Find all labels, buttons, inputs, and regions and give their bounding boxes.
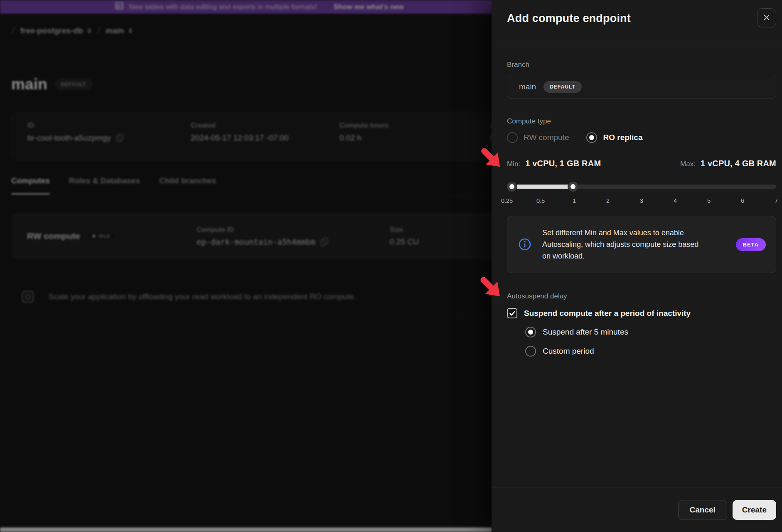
slider-ticks: 0.25 0.5 1 2 3 4 5 6 7: [507, 197, 776, 206]
tab-roles-databases[interactable]: Roles & Databases: [69, 176, 140, 195]
create-button[interactable]: Create: [733, 500, 776, 520]
meta-label: Compute hours: [339, 122, 477, 129]
tick-label: 4: [674, 197, 677, 204]
branch-default-badge: DEFAULT: [543, 81, 581, 93]
slider-max-handle[interactable]: [568, 182, 578, 192]
status-dot-icon: [92, 234, 96, 238]
suspend-checkbox-label: Suspend compute after a period of inacti…: [524, 309, 691, 318]
slider-min-handle[interactable]: [507, 182, 517, 192]
screen: New tables with data editing and exports…: [0, 0, 782, 532]
max-label: Max:: [680, 160, 696, 168]
autosuspend-label: Autosuspend delay: [507, 292, 776, 300]
breadcrumb-slash: /: [11, 25, 15, 37]
tick-label: 0.25: [501, 197, 513, 204]
breadcrumb-branch-label: main: [106, 26, 124, 35]
radio-ro-replica[interactable]: RO replica: [586, 132, 642, 143]
panel-title: Add compute endpoint: [507, 8, 631, 28]
beta-badge: BETA: [736, 238, 766, 251]
tick-label: 6: [741, 197, 744, 204]
branch-field-value: main: [519, 82, 536, 91]
breadcrumb-project-selector[interactable]: free-postgres-db: [20, 26, 91, 35]
suspend-checkbox-row[interactable]: Suspend compute after a period of inacti…: [507, 308, 776, 318]
compute-size-slider[interactable]: [507, 182, 776, 192]
tick-label: 5: [707, 197, 711, 204]
branch-id-value: br-cool-tooth-a5uzpmgy: [27, 133, 111, 143]
ro-compute-hint: Scale your application by offloading you…: [11, 279, 492, 314]
tick-label: 3: [640, 197, 643, 204]
close-button[interactable]: [757, 8, 776, 27]
created-value: 2024-05-17 12:03:17 -07:00: [191, 133, 289, 143]
branch-title-row: main DEFAULT: [11, 76, 92, 93]
compute-name: RW compute: [27, 231, 80, 241]
status-text: IDLE: [98, 234, 111, 239]
cpu-chip-icon: [20, 289, 35, 304]
branch-tabs: Computes Roles & Databases Child branche…: [11, 176, 216, 195]
radio-label: RO replica: [603, 133, 642, 142]
copy-icon[interactable]: [320, 238, 328, 246]
minmax-row: Min: 1 vCPU, 1 GB RAM Max: 1 vCPU, 4 GB …: [507, 159, 776, 168]
page-title: main: [11, 76, 47, 93]
compute-id-column: Compute ID ep-dark-mountain-a5h4mmbm: [197, 226, 390, 246]
max-value: 1 vCPU, 4 GB RAM: [701, 159, 776, 168]
bottom-scroll-strip: [0, 527, 492, 532]
meta-label: Created: [191, 122, 327, 129]
panel-header: Add compute endpoint: [492, 0, 782, 44]
info-text: Set different Min and Max values to enab…: [542, 227, 702, 262]
radio-selected-icon: [525, 327, 536, 337]
compute-id-label: Compute ID: [197, 226, 390, 234]
branch-field[interactable]: main DEFAULT: [507, 75, 776, 99]
meta-id-column: ID br-cool-tooth-a5uzpmgy: [12, 122, 178, 160]
panel-body: Branch main DEFAULT Compute type RW comp…: [492, 61, 782, 357]
radio-label: Suspend after 5 minutes: [543, 328, 628, 337]
checkbox-checked-icon[interactable]: [507, 308, 517, 318]
hint-text: Scale your application by offloading you…: [49, 292, 356, 301]
banner-link[interactable]: Show me what's new: [334, 3, 404, 11]
radio-suspend-5-minutes[interactable]: Suspend after 5 minutes: [525, 327, 776, 337]
banner-message: New tables with data editing and exports…: [129, 3, 317, 11]
min-value: 1 vCPU, 1 GB RAM: [525, 159, 601, 168]
info-icon: [518, 238, 531, 251]
add-compute-endpoint-panel: Add compute endpoint Branch main DEFAULT…: [492, 0, 782, 532]
radio-rw-compute[interactable]: RW compute: [507, 132, 569, 143]
radio-label: RW compute: [524, 133, 569, 142]
close-icon: [762, 13, 771, 23]
slider-fill: [507, 185, 573, 189]
tick-label: 1: [573, 197, 576, 204]
radio-selected-icon: [586, 132, 597, 143]
tab-child-branches[interactable]: Child branches: [159, 176, 216, 195]
meta-label: ID: [27, 122, 178, 129]
radio-icon: [525, 346, 536, 357]
breadcrumb-project-label: free-postgres-db: [20, 26, 83, 35]
tick-label: 7: [775, 197, 778, 204]
default-badge: DEFAULT: [55, 79, 92, 90]
table-icon: [115, 1, 124, 12]
size-value: 0.25 CU: [390, 237, 419, 246]
panel-footer: Cancel Create: [492, 488, 782, 532]
chevron-updown-icon: [87, 28, 91, 34]
cancel-button[interactable]: Cancel: [678, 500, 727, 520]
breadcrumb-branch-selector[interactable]: main: [106, 26, 132, 35]
tab-computes[interactable]: Computes: [11, 176, 50, 195]
autoscaling-info-box: Set different Min and Max values to enab…: [507, 216, 776, 273]
compute-type-options: RW compute RO replica: [507, 132, 776, 143]
tick-label: 2: [606, 197, 610, 204]
meta-created-column: Created 2024-05-17 12:03:17 -07:00: [178, 122, 327, 160]
meta-compute-hours-column: Compute hours 0.02 h: [327, 122, 477, 160]
radio-icon: [507, 132, 518, 143]
min-label: Min:: [507, 160, 520, 168]
branch-field-label: Branch: [507, 61, 776, 69]
copy-icon[interactable]: [116, 134, 123, 142]
tick-label: 0.5: [536, 197, 545, 204]
radio-label: Custom period: [543, 347, 594, 356]
compute-type-label: Compute type: [507, 117, 776, 126]
compute-hours-value: 0.02 h: [339, 133, 361, 143]
breadcrumb: / free-postgres-db / main: [12, 25, 133, 37]
chevron-updown-icon: [128, 28, 133, 34]
compute-id-value: ep-dark-mountain-a5h4mmbm: [197, 237, 315, 246]
breadcrumb-slash: /: [96, 25, 101, 37]
status-badge: IDLE: [87, 232, 116, 241]
radio-custom-period[interactable]: Custom period: [525, 346, 776, 357]
